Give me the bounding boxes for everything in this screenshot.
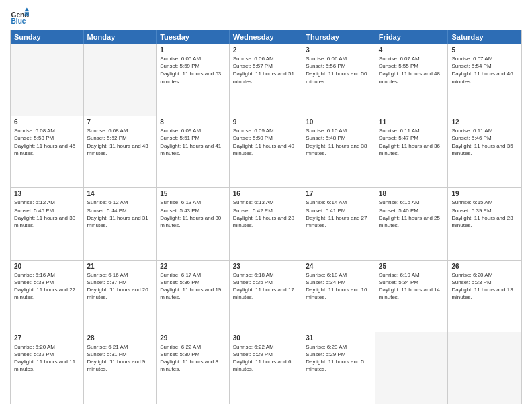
- day-info: Sunrise: 6:16 AMSunset: 5:37 PMDaylight:…: [87, 271, 153, 302]
- day-header-monday: Monday: [84, 30, 157, 44]
- calendar-cell: 18Sunrise: 6:15 AMSunset: 5:40 PMDayligh…: [375, 188, 449, 259]
- calendar-cell: [375, 332, 449, 404]
- calendar-cell: 11Sunrise: 6:11 AMSunset: 5:47 PMDayligh…: [375, 116, 449, 187]
- day-number: 19: [451, 190, 518, 197]
- day-info: Sunrise: 6:19 AMSunset: 5:34 PMDaylight:…: [379, 271, 445, 302]
- day-info: Sunrise: 6:09 AMSunset: 5:51 PMDaylight:…: [160, 127, 226, 157]
- calendar-cell: 23Sunrise: 6:18 AMSunset: 5:35 PMDayligh…: [230, 261, 303, 332]
- day-number: 3: [306, 46, 371, 54]
- day-info: Sunrise: 6:08 AMSunset: 5:52 PMDaylight:…: [87, 127, 153, 157]
- day-number: 11: [379, 118, 445, 126]
- day-number: 16: [233, 190, 299, 197]
- calendar-cell: 30Sunrise: 6:22 AMSunset: 5:29 PMDayligh…: [230, 332, 303, 404]
- day-number: 25: [379, 263, 445, 270]
- calendar-cell: 13Sunrise: 6:12 AMSunset: 5:45 PMDayligh…: [11, 188, 84, 259]
- calendar-cell: 7Sunrise: 6:08 AMSunset: 5:52 PMDaylight…: [84, 116, 157, 187]
- calendar-cell: [448, 332, 521, 404]
- logo-icon: General Blue: [10, 7, 29, 26]
- day-number: 30: [233, 334, 299, 342]
- day-info: Sunrise: 6:20 AMSunset: 5:32 PMDaylight:…: [14, 343, 80, 373]
- day-number: 20: [14, 263, 80, 270]
- calendar-cell: 22Sunrise: 6:17 AMSunset: 5:36 PMDayligh…: [157, 261, 230, 332]
- svg-marker-2: [25, 8, 29, 11]
- day-header-sunday: Sunday: [11, 30, 84, 44]
- page-header: General Blue: [10, 7, 522, 26]
- calendar-cell: [84, 44, 157, 116]
- day-number: 31: [306, 334, 371, 342]
- day-info: Sunrise: 6:06 AMSunset: 5:56 PMDaylight:…: [306, 55, 371, 85]
- day-number: 17: [306, 190, 371, 197]
- day-number: 10: [306, 118, 371, 126]
- day-info: Sunrise: 6:12 AMSunset: 5:44 PMDaylight:…: [87, 199, 153, 229]
- day-header-saturday: Saturday: [448, 30, 521, 44]
- calendar-cell: 12Sunrise: 6:11 AMSunset: 5:46 PMDayligh…: [448, 116, 521, 187]
- calendar-cell: 15Sunrise: 6:13 AMSunset: 5:43 PMDayligh…: [157, 188, 230, 259]
- day-info: Sunrise: 6:08 AMSunset: 5:53 PMDaylight:…: [14, 127, 80, 157]
- day-info: Sunrise: 6:17 AMSunset: 5:36 PMDaylight:…: [160, 271, 226, 302]
- calendar-cell: 17Sunrise: 6:14 AMSunset: 5:41 PMDayligh…: [302, 188, 375, 259]
- calendar-cell: 16Sunrise: 6:13 AMSunset: 5:42 PMDayligh…: [230, 188, 303, 259]
- week-row-5: 27Sunrise: 6:20 AMSunset: 5:32 PMDayligh…: [11, 332, 521, 404]
- day-info: Sunrise: 6:22 AMSunset: 5:29 PMDaylight:…: [233, 343, 299, 373]
- day-info: Sunrise: 6:22 AMSunset: 5:30 PMDaylight:…: [160, 343, 226, 373]
- calendar-cell: 5Sunrise: 6:07 AMSunset: 5:54 PMDaylight…: [448, 44, 521, 116]
- day-number: 24: [306, 263, 371, 270]
- day-number: 6: [14, 118, 80, 126]
- weeks: 1Sunrise: 6:05 AMSunset: 5:59 PMDaylight…: [11, 44, 521, 404]
- calendar-cell: 27Sunrise: 6:20 AMSunset: 5:32 PMDayligh…: [11, 332, 84, 404]
- day-info: Sunrise: 6:15 AMSunset: 5:39 PMDaylight:…: [451, 199, 518, 229]
- calendar-cell: 21Sunrise: 6:16 AMSunset: 5:37 PMDayligh…: [84, 261, 157, 332]
- week-row-4: 20Sunrise: 6:16 AMSunset: 5:38 PMDayligh…: [11, 260, 521, 332]
- day-info: Sunrise: 6:23 AMSunset: 5:29 PMDaylight:…: [306, 343, 371, 373]
- day-number: 15: [160, 190, 226, 197]
- calendar-cell: 6Sunrise: 6:08 AMSunset: 5:53 PMDaylight…: [11, 116, 84, 187]
- day-number: 13: [14, 190, 80, 197]
- day-number: 7: [87, 118, 153, 126]
- calendar-cell: 20Sunrise: 6:16 AMSunset: 5:38 PMDayligh…: [11, 261, 84, 332]
- day-number: 4: [379, 46, 445, 54]
- calendar-cell: 9Sunrise: 6:09 AMSunset: 5:50 PMDaylight…: [230, 116, 303, 187]
- calendar-cell: 26Sunrise: 6:20 AMSunset: 5:33 PMDayligh…: [448, 261, 521, 332]
- day-number: 18: [379, 190, 445, 197]
- day-number: 29: [160, 334, 226, 342]
- calendar-cell: 4Sunrise: 6:07 AMSunset: 5:55 PMDaylight…: [375, 44, 449, 116]
- week-row-1: 1Sunrise: 6:05 AMSunset: 5:59 PMDaylight…: [11, 44, 521, 116]
- day-info: Sunrise: 6:11 AMSunset: 5:47 PMDaylight:…: [379, 127, 445, 157]
- day-header-wednesday: Wednesday: [230, 30, 303, 44]
- day-info: Sunrise: 6:10 AMSunset: 5:48 PMDaylight:…: [306, 127, 371, 157]
- day-info: Sunrise: 6:09 AMSunset: 5:50 PMDaylight:…: [233, 127, 299, 157]
- svg-text:Blue: Blue: [11, 17, 26, 25]
- day-header-thursday: Thursday: [302, 30, 375, 44]
- calendar-cell: 1Sunrise: 6:05 AMSunset: 5:59 PMDaylight…: [157, 44, 230, 116]
- day-info: Sunrise: 6:13 AMSunset: 5:43 PMDaylight:…: [160, 199, 226, 229]
- day-info: Sunrise: 6:16 AMSunset: 5:38 PMDaylight:…: [14, 271, 80, 302]
- svg-marker-3: [25, 12, 29, 16]
- day-info: Sunrise: 6:11 AMSunset: 5:46 PMDaylight:…: [451, 127, 518, 157]
- calendar-cell: 10Sunrise: 6:10 AMSunset: 5:48 PMDayligh…: [302, 116, 375, 187]
- day-number: 23: [233, 263, 299, 270]
- day-info: Sunrise: 6:05 AMSunset: 5:59 PMDaylight:…: [160, 55, 226, 85]
- day-info: Sunrise: 6:14 AMSunset: 5:41 PMDaylight:…: [306, 199, 371, 229]
- day-info: Sunrise: 6:12 AMSunset: 5:45 PMDaylight:…: [14, 199, 80, 229]
- day-number: 5: [451, 46, 518, 54]
- day-info: Sunrise: 6:21 AMSunset: 5:31 PMDaylight:…: [87, 343, 153, 373]
- day-number: 21: [87, 263, 153, 270]
- day-number: 28: [87, 334, 153, 342]
- day-info: Sunrise: 6:07 AMSunset: 5:55 PMDaylight:…: [379, 55, 445, 85]
- calendar-cell: 3Sunrise: 6:06 AMSunset: 5:56 PMDaylight…: [302, 44, 375, 116]
- calendar-cell: 25Sunrise: 6:19 AMSunset: 5:34 PMDayligh…: [375, 261, 449, 332]
- day-info: Sunrise: 6:13 AMSunset: 5:42 PMDaylight:…: [233, 199, 299, 229]
- day-header-friday: Friday: [375, 30, 449, 44]
- day-number: 1: [160, 46, 226, 54]
- week-row-3: 13Sunrise: 6:12 AMSunset: 5:45 PMDayligh…: [11, 187, 521, 259]
- calendar-cell: [11, 44, 84, 116]
- day-number: 2: [233, 46, 299, 54]
- day-info: Sunrise: 6:18 AMSunset: 5:35 PMDaylight:…: [233, 271, 299, 302]
- day-number: 22: [160, 263, 226, 270]
- day-headers: SundayMondayTuesdayWednesdayThursdayFrid…: [11, 30, 521, 44]
- calendar-cell: 24Sunrise: 6:18 AMSunset: 5:34 PMDayligh…: [302, 261, 375, 332]
- day-info: Sunrise: 6:07 AMSunset: 5:54 PMDaylight:…: [451, 55, 518, 85]
- week-row-2: 6Sunrise: 6:08 AMSunset: 5:53 PMDaylight…: [11, 116, 521, 187]
- calendar: SundayMondayTuesdayWednesdayThursdayFrid…: [10, 30, 522, 404]
- calendar-cell: 19Sunrise: 6:15 AMSunset: 5:39 PMDayligh…: [448, 188, 521, 259]
